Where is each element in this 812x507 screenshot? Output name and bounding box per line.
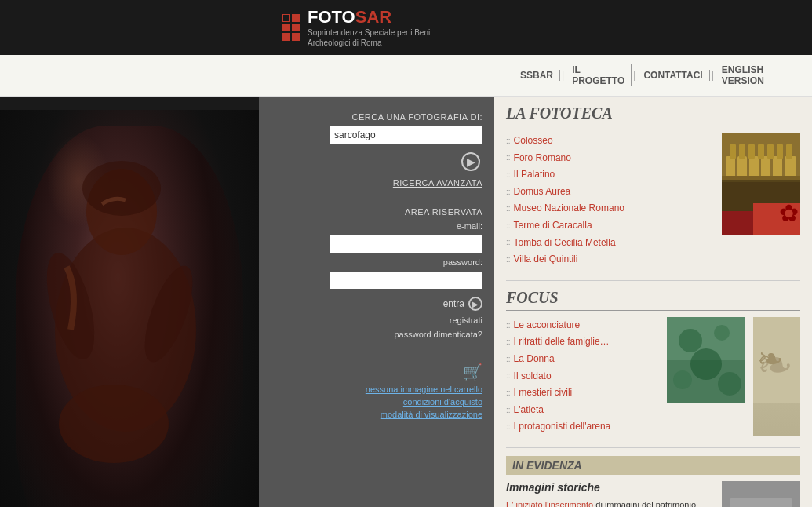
fototeca-image (722, 133, 800, 235)
nav-ssbar[interactable]: SSBAR (514, 70, 560, 81)
focus-grid: Le acconciature I ritratti delle famigli… (506, 317, 800, 436)
focus-link-1[interactable]: I ritratti delle famiglie… (506, 334, 659, 351)
svg-rect-16 (739, 144, 745, 159)
advanced-search-link[interactable]: RICERCA AVANZATA (393, 178, 482, 188)
fototeca-link-4[interactable]: Museo Nazionale Romano (506, 200, 714, 217)
svg-rect-21 (786, 144, 792, 159)
left-panel (0, 97, 259, 507)
logo-sar: SAR (355, 7, 391, 27)
focus-link-3[interactable]: Il soldato (506, 368, 659, 385)
evidenza-body: E' iniziato l'inserimento di immagini de… (506, 498, 714, 507)
nav-il-progetto[interactable]: IL PROGETTO (566, 64, 632, 86)
evidenza-text: Immagini storiche E' iniziato l'inserime… (506, 481, 714, 507)
fototeca-link-7[interactable]: Villa dei Quintili (506, 251, 714, 268)
password-dimenticata-link[interactable]: password dimenticata? (394, 330, 482, 339)
svg-text:❧: ❧ (757, 341, 793, 389)
svg-rect-29 (753, 317, 800, 403)
fototeca-link-3[interactable]: Domus Aurea (506, 184, 714, 201)
divider-1 (506, 280, 800, 281)
fototeca-link-2[interactable]: Il Palatino (506, 166, 714, 184)
svg-point-27 (673, 370, 692, 389)
svg-rect-14 (722, 176, 800, 182)
evidenza-section: IN EVIDENZA Immagini storiche E' iniziat… (506, 456, 800, 507)
cart-section: 🛒 nessuna immagine nel carrello condizio… (271, 363, 482, 419)
header: FOTOSAR Soprintendenza Speciale per i Be… (0, 0, 812, 55)
focus-links: Le acconciature I ritratti delle famigli… (506, 317, 659, 436)
search-circle-icon: ▶ (461, 152, 480, 171)
email-input[interactable] (330, 235, 482, 253)
cart-conditions-link[interactable]: condizioni d'acquisto (403, 397, 482, 407)
focus-decoration: ❧ (753, 317, 800, 436)
password-input[interactable] (330, 272, 482, 289)
navbar: SSBAR | IL PROGETTO | CONTATTACI | ENGLI… (0, 55, 812, 97)
svg-point-26 (690, 348, 722, 380)
statue-image (0, 97, 259, 507)
login-section: AREA RISERVATA e-mail: password: entra ▶… (271, 207, 482, 339)
logo-icon (282, 14, 300, 41)
evidenza-title-bar: IN EVIDENZA (506, 456, 800, 475)
svg-rect-17 (748, 144, 755, 159)
focus-svg (667, 317, 745, 403)
svg-rect-19 (767, 144, 774, 159)
fototeca-link-0[interactable]: Colosseo (506, 133, 714, 150)
search-label: CERCA UNA FOTOGRAFIA DI: (352, 112, 482, 122)
statue-visual (0, 110, 259, 507)
focus-link-6[interactable]: I protagonisti dell'arena (506, 418, 659, 436)
nav-links: SSBAR | IL PROGETTO | CONTATTACI | ENGLI… (514, 64, 796, 86)
evidenza-headline: Immagini storiche (506, 481, 714, 494)
cart-icon: 🛒 (463, 363, 482, 381)
evidenza-highlight: E' iniziato l'inserimento (506, 500, 593, 507)
svg-point-2 (82, 161, 161, 216)
entra-arrow-icon: ▶ (468, 297, 482, 311)
fototeca-section: LA FOTOTECA Colosseo Foro Romano Il Pala… (506, 104, 800, 268)
focus-link-2[interactable]: La Donna (506, 351, 659, 368)
center-panel: CERCA UNA FOTOGRAFIA DI: ▶ RICERCA AVANZ… (259, 97, 494, 507)
divider-2 (506, 447, 800, 448)
focus-decor-svg: ❧ (753, 317, 800, 403)
entra-row: entra ▶ (443, 297, 482, 311)
fototeca-link-6[interactable]: Tomba di Cecilia Metella (506, 235, 714, 252)
focus-link-0[interactable]: Le acconciature (506, 317, 659, 334)
search-section: CERCA UNA FOTOGRAFIA DI: ▶ RICERCA AVANZ… (271, 112, 482, 188)
historical-thumbnail (722, 481, 800, 507)
email-label: e-mail: (457, 221, 482, 231)
svg-point-28 (718, 372, 741, 396)
fototeca-link-5[interactable]: Terme di Caracalla (506, 217, 714, 235)
logo-foto: FOTO (308, 7, 355, 27)
nav-contattaci[interactable]: CONTATTACI (637, 70, 709, 81)
main: CERCA UNA FOTOGRAFIA DI: ▶ RICERCA AVANZ… (0, 97, 812, 507)
logo-text: FOTOSAR Soprintendenza Speciale per i Be… (308, 7, 430, 48)
area-riservata-label: AREA RISERVATA (405, 207, 482, 217)
fototeca-links: Colosseo Foro Romano Il Palatino Domus A… (506, 133, 714, 268)
fototeca-link-1[interactable]: Foro Romano (506, 150, 714, 167)
focus-title: FOCUS (506, 289, 800, 311)
svg-rect-15 (730, 144, 736, 159)
entra-link[interactable]: entra (443, 298, 464, 309)
focus-thumbnail (667, 317, 745, 403)
historical-svg (722, 481, 800, 507)
svg-point-24 (679, 329, 702, 352)
logo-area: FOTOSAR Soprintendenza Speciale per i Be… (282, 7, 430, 48)
fototeca-title: LA FOTOTECA (506, 104, 800, 126)
focus-link-5[interactable]: L'atleta (506, 402, 659, 419)
nav-english[interactable]: ENGLISH VERSION (716, 64, 796, 86)
registrati-link[interactable]: registrati (450, 316, 482, 325)
logo-subtitle: Soprintendenza Speciale per i Beni Arche… (308, 27, 430, 48)
evidenza-grid: Immagini storiche E' iniziato l'inserime… (506, 481, 800, 507)
focus-link-4[interactable]: I mestieri civili (506, 385, 659, 402)
svg-rect-18 (758, 144, 764, 159)
search-button[interactable]: ▶ (459, 150, 482, 173)
evidenza-image (722, 481, 800, 507)
svg-point-5 (59, 385, 169, 463)
cart-display-link[interactable]: modalità di visualizzazione (381, 410, 482, 419)
svg-point-25 (714, 325, 730, 341)
search-input[interactable] (330, 126, 482, 144)
evidenza-title: IN EVIDENZA (512, 459, 582, 472)
cart-empty-link[interactable]: nessuna immagine nel carrello (366, 385, 482, 394)
svg-rect-32 (722, 481, 800, 507)
svg-rect-20 (777, 144, 783, 159)
fototeca-grid: Colosseo Foro Romano Il Palatino Domus A… (506, 133, 800, 268)
decorative-flower (753, 203, 800, 235)
statue-svg (0, 110, 259, 507)
focus-section: FOCUS Le acconciature I ritratti delle f… (506, 289, 800, 436)
